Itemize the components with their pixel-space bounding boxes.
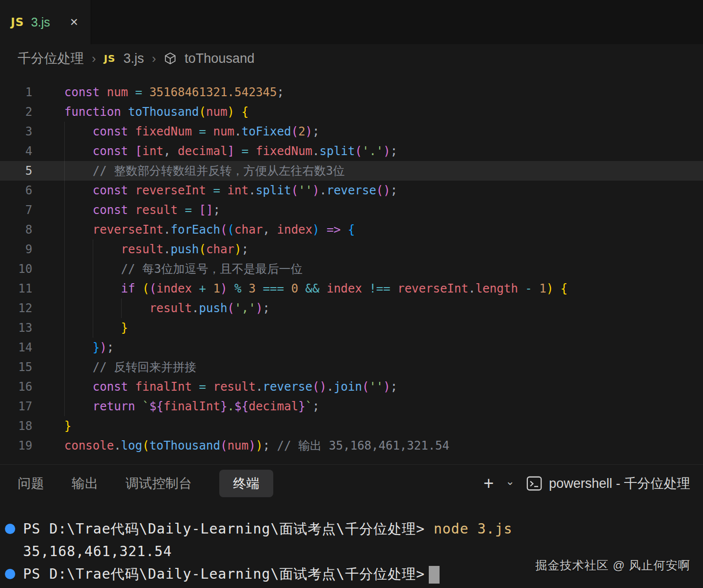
code-token: int <box>227 184 248 197</box>
line-number[interactable]: 14 <box>0 338 32 357</box>
code-token: ; <box>312 125 319 138</box>
code-token: ) <box>312 223 327 237</box>
tab-bar: JS 3.js × <box>0 0 703 44</box>
code-line[interactable]: 18} <box>0 416 703 436</box>
code-line[interactable]: 6const reverseInt = int.split('').revers… <box>0 181 703 200</box>
line-number[interactable]: 9 <box>0 240 32 259</box>
code-token: const <box>93 203 135 217</box>
code-token: finalInt <box>135 380 199 394</box>
line-number[interactable]: 13 <box>0 318 32 338</box>
code-token: reverse <box>263 380 312 394</box>
code-token: ( <box>199 105 206 119</box>
code-token: index <box>327 282 369 295</box>
breadcrumb-symbol[interactable]: toThousand <box>184 51 255 66</box>
new-terminal-button[interactable]: + <box>483 475 494 492</box>
line-number[interactable]: 7 <box>0 200 32 220</box>
panel-tabs: 问题 输出 调试控制台 终端 <box>18 470 273 497</box>
line-number[interactable]: 8 <box>0 220 32 240</box>
code-token: index <box>277 223 312 237</box>
line-number[interactable]: 12 <box>0 298 32 318</box>
code-token: // 反转回来并拼接 <box>93 360 196 374</box>
code-line[interactable]: 4const [int, decimal] = fixedNum.split('… <box>0 141 703 161</box>
terminal-dropdown-chevron-icon[interactable]: ⌄ <box>506 475 515 488</box>
indent-guide <box>64 298 149 318</box>
line-number[interactable]: 5 <box>0 161 32 181</box>
code-token: join <box>334 380 362 394</box>
code-line[interactable]: 11if ((index + 1) % 3 === 0 && index !==… <box>0 279 703 298</box>
panel-tab-problems[interactable]: 问题 <box>18 470 44 497</box>
code-token: . <box>319 184 326 197</box>
editor-window: JS 3.js × 千分位处理 › JS 3.js › toThousand 1… <box>0 0 703 588</box>
panel-tab-terminal[interactable]: 终端 <box>219 470 273 497</box>
line-number[interactable]: 18 <box>0 416 32 436</box>
code-token: 1 <box>539 282 546 295</box>
code-line[interactable]: 14}); <box>0 338 703 357</box>
terminal-session-item[interactable]: powershell - 千分位处理 <box>526 475 690 492</box>
code-line[interactable]: 13} <box>0 318 703 338</box>
code-line[interactable]: 2function toThousand(num) { <box>0 102 703 122</box>
code-text: result.push(char); <box>32 240 249 259</box>
code-token: ( <box>220 223 227 237</box>
command-decoration-icon[interactable] <box>5 569 15 579</box>
code-token: ; <box>213 203 220 217</box>
line-number[interactable]: 17 <box>0 397 32 416</box>
code-token: num <box>206 105 227 119</box>
code-token: const <box>93 380 135 394</box>
code-token: . <box>312 144 319 158</box>
breadcrumb-file[interactable]: 3.js <box>124 51 144 66</box>
panel-tab-output[interactable]: 输出 <box>72 470 98 497</box>
code-token: length <box>475 282 525 295</box>
line-number[interactable]: 4 <box>0 141 32 161</box>
code-token: ) { <box>227 105 248 119</box>
code-line[interactable]: 5// 整数部分转数组并反转，方便从左往右数3位 <box>0 161 703 181</box>
code-token: ( <box>227 223 234 237</box>
tab-3js[interactable]: JS 3.js × <box>0 0 91 44</box>
code-token: ) <box>220 282 234 295</box>
code-line[interactable]: 15// 反转回来并拼接 <box>0 357 703 377</box>
code-line[interactable]: 1const num = 35168461321.542345; <box>0 82 703 102</box>
code-token: int <box>142 144 163 158</box>
code-line[interactable]: 10// 每3位加逗号，且不是最后一位 <box>0 259 703 279</box>
code-token: ( <box>291 125 298 138</box>
code-token: ; <box>241 242 248 256</box>
code-token: // 整数部分转数组并反转，方便从左往右数3位 <box>93 164 345 178</box>
tab-label: 3.js <box>31 15 61 29</box>
code-token: num <box>213 125 234 138</box>
line-number[interactable]: 10 <box>0 259 32 279</box>
code-line[interactable]: 3const fixedNum = num.toFixed(2); <box>0 122 703 141</box>
code-line[interactable]: 17return `${finalInt}.${decimal}`; <box>0 397 703 416</box>
panel-tab-debug-console[interactable]: 调试控制台 <box>126 470 192 497</box>
code-token: return <box>93 400 142 413</box>
line-number[interactable]: 16 <box>0 377 32 397</box>
code-token: ` <box>305 400 312 413</box>
code-line[interactable]: 19console.log(toThousand(num)); // 输出 35… <box>0 436 703 455</box>
code-token: ; <box>263 439 270 453</box>
code-token: toThousand <box>149 439 220 453</box>
code-editor[interactable]: 1const num = 35168461321.542345;2functio… <box>0 73 703 464</box>
indent-guide <box>64 181 93 200</box>
line-number[interactable]: 11 <box>0 279 32 298</box>
code-line[interactable]: 8reverseInt.forEach((char, index) => { <box>0 220 703 240</box>
line-number[interactable]: 19 <box>0 436 32 455</box>
code-text: if ((index + 1) % 3 === 0 && index !== r… <box>32 279 568 298</box>
code-token: fixedNum <box>135 125 199 138</box>
code-line[interactable]: 16const finalInt = result.reverse().join… <box>0 377 703 397</box>
terminal-panel[interactable]: PS D:\Trae代码\Daily-Learning\面试考点\千分位处理> … <box>0 502 703 588</box>
line-number[interactable]: 1 <box>0 82 32 102</box>
code-token: '' <box>369 380 383 394</box>
code-line[interactable]: 9result.push(char); <box>0 240 703 259</box>
code-token: 0 <box>291 282 305 295</box>
terminal-icon <box>526 476 542 491</box>
code-line[interactable]: 7const result = []; <box>0 200 703 220</box>
line-number[interactable]: 6 <box>0 181 32 200</box>
code-line[interactable]: 12result.push(','); <box>0 298 703 318</box>
line-number[interactable]: 15 <box>0 357 32 377</box>
line-number[interactable]: 3 <box>0 122 32 141</box>
code-token: num <box>107 85 135 99</box>
code-token: ( <box>220 439 227 453</box>
breadcrumb-folder[interactable]: 千分位处理 <box>18 50 84 67</box>
command-decoration-icon[interactable] <box>5 524 15 534</box>
line-number[interactable]: 2 <box>0 102 32 122</box>
code-token: ) <box>100 341 106 354</box>
tab-close-icon[interactable]: × <box>68 14 80 30</box>
